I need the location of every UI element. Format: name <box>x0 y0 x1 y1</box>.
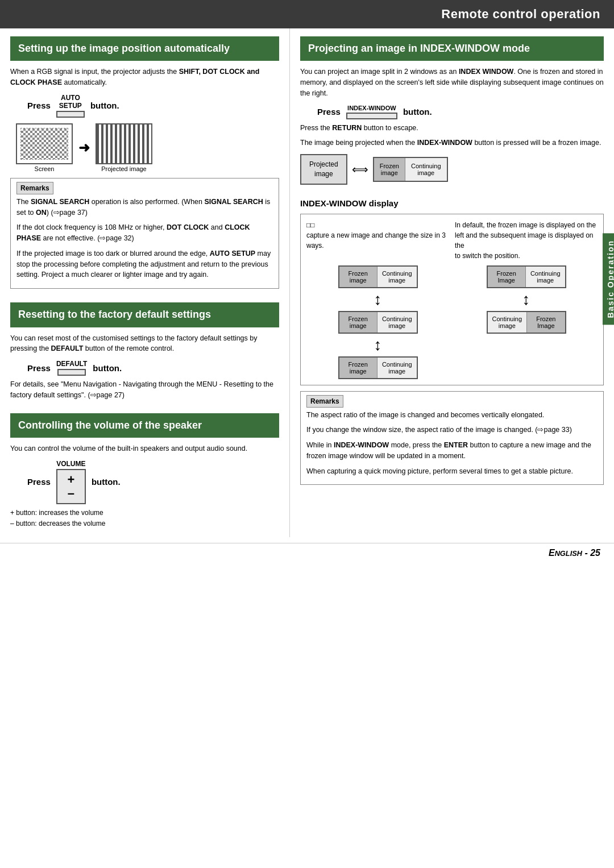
default-label: DEFAULT <box>56 360 87 368</box>
section4-return: Press the RETURN button to escape. <box>300 123 604 134</box>
iw-col2-box2-left: FrozenImage <box>526 312 565 333</box>
section2-body: You can reset most of the customised set… <box>10 333 279 355</box>
page-footer: ENGLISH - 25 <box>0 543 614 563</box>
button-word-3: button. <box>92 477 121 487</box>
section4-title: Projecting an image in INDEX-WINDOW mode <box>308 43 530 54</box>
sidebar-basic-operation: Basic Operation <box>603 233 614 325</box>
section4-body: You can project an image split in 2 wind… <box>300 67 604 98</box>
section3-body: You can control the volume of the built-… <box>10 443 279 454</box>
auto-setup-button[interactable] <box>56 111 85 118</box>
section4-frozen-note: The image being projected when the INDEX… <box>300 138 604 148</box>
iw-col1-box1-right: Continuingimage <box>377 267 417 287</box>
screen-diagram: Screen ➜ Projected image <box>16 123 279 172</box>
volume-button[interactable]: + – <box>56 469 86 504</box>
footer-text: ENGLISH - 25 <box>549 548 600 558</box>
down-arrow-2: ↕ <box>374 337 382 353</box>
index-window-label: INDEX-WINDOW <box>347 105 396 111</box>
remark2: If the dot clock frequency is 108 MHz or… <box>16 222 273 244</box>
iw-col2-box2-right: Continuingimage <box>488 312 527 333</box>
iw-top-row: □□ capture a new image and change the si… <box>306 220 598 261</box>
screen-inner-before <box>20 128 68 160</box>
iw-col1: Frozenimage Continuingimage ↕ Frozenimag… <box>306 265 449 379</box>
index-window-button-group: INDEX-WINDOW <box>346 105 397 119</box>
iw-top-left-text: □□ capture a new image and change the si… <box>306 220 449 261</box>
page-header: Remote control operation <box>0 0 614 28</box>
button-word-4: button. <box>403 107 432 117</box>
main-content: Setting up the image position automatica… <box>0 28 614 537</box>
screen-box-after <box>96 123 152 164</box>
continuing-image-part: Continuingimage <box>405 158 447 181</box>
remark3: If the projected image is too dark or bl… <box>16 248 273 280</box>
screen-box-before <box>16 123 73 164</box>
square-icon-1: □□ <box>306 221 315 229</box>
press-label-2: Press <box>27 363 51 373</box>
screen-before: Screen <box>16 123 73 172</box>
arrow-right-icon: ➜ <box>78 140 90 156</box>
iw-col1-box1: Frozenimage Continuingimage <box>338 265 418 288</box>
section5-remarks: Remarks The aspect ratio of the image is… <box>300 391 604 485</box>
section3-header: Controlling the volume of the speaker <box>10 413 279 438</box>
arrow-left-icon: ⟺ <box>352 163 368 176</box>
plus-icon: + <box>67 474 74 486</box>
iw-col1-box1-left: Frozenimage <box>339 267 377 287</box>
index-window-button[interactable] <box>346 113 397 119</box>
s5-remark2: If you change the window size, the aspec… <box>306 425 598 435</box>
iw-col2: FrozenImage Continuingimage ↕ FrozenImag… <box>455 265 598 334</box>
frozen-image-part: Frozenimage <box>374 158 405 181</box>
section2-header: Resetting to the factory default setting… <box>10 302 279 327</box>
iw-col2-box2: FrozenImage Continuingimage <box>487 311 566 334</box>
index-window-display-section: □□ capture a new image and change the si… <box>300 214 604 385</box>
s5-remark4: When capturing a quick moving picture, p… <box>306 466 598 477</box>
iw-col2-box1-right: Continuingimage <box>526 267 565 287</box>
right-column: Projecting an image in INDEX-WINDOW mode… <box>290 28 614 537</box>
remark1: The SIGNAL SEARCH operation is also perf… <box>16 197 273 218</box>
iw-diagrams: Frozenimage Continuingimage ↕ Frozenimag… <box>306 265 598 379</box>
minus-caption: – button: decreases the volume <box>10 518 279 529</box>
remarks-title-1: Remarks <box>16 182 53 194</box>
auto-setup-button-group: AUTOSETUP <box>56 94 85 118</box>
iw-col1-box2-left: Frozenimage <box>339 312 377 333</box>
volume-caption: + button: increases the volume – button:… <box>10 508 279 529</box>
index-window-press-area: Press INDEX-WINDOW button. <box>317 105 604 119</box>
header-title: Remote control operation <box>441 7 600 21</box>
default-button-group: DEFAULT <box>56 360 87 376</box>
volume-label: VOLUME <box>56 460 85 468</box>
iw-top-right-text: In default, the frozen image is displaye… <box>455 220 598 261</box>
default-button[interactable] <box>57 369 86 376</box>
remarks-title-2: Remarks <box>306 395 343 408</box>
screen-after: Projected image <box>96 123 152 172</box>
auto-setup-press-area: Press AUTOSETUP button. <box>27 94 279 118</box>
section2-title: Resetting to the factory default setting… <box>18 309 211 320</box>
iw-col1-box3-right: Continuingimage <box>377 358 417 378</box>
projected-image-box: Projectedimage <box>300 154 347 185</box>
section1-body: When a RGB signal is input, the projecto… <box>10 67 279 88</box>
section1-remarks: Remarks The SIGNAL SEARCH operation is a… <box>10 178 279 289</box>
section3-title: Controlling the volume of the speaker <box>18 420 202 431</box>
left-column: Setting up the image position automatica… <box>0 28 290 537</box>
iw-col1-box2-right: Continuingimage <box>377 312 417 333</box>
section1-title: Setting up the image position automatica… <box>18 43 230 54</box>
press-label-1: Press <box>27 101 51 110</box>
section1-header: Setting up the image position automatica… <box>10 36 279 61</box>
screen-label: Screen <box>35 165 55 172</box>
section2-detail: For details, see "Menu Navigation - Navi… <box>10 379 279 401</box>
down-arrow-3: ↕ <box>522 292 530 308</box>
iw-col2-box1: FrozenImage Continuingimage <box>487 265 566 288</box>
section5-title: INDEX-WINDOW display <box>300 198 604 208</box>
press-label-3: Press <box>27 477 51 487</box>
projected-label: Projected image <box>101 165 147 172</box>
checker-pattern <box>21 128 68 159</box>
clean-lines-pattern <box>97 124 151 163</box>
down-arrow-1: ↕ <box>374 292 382 308</box>
button-word-1: button. <box>90 101 119 110</box>
plus-caption: + button: increases the volume <box>10 508 279 518</box>
press-label-4: Press <box>317 107 341 117</box>
section4-header: Projecting an image in INDEX-WINDOW mode <box>300 36 604 61</box>
index-main-diagram: Projectedimage ⟺ Frozenimage Continuingi… <box>300 154 604 185</box>
frozen-continuing-box: Frozenimage Continuingimage <box>373 157 448 182</box>
s5-remark3: While in INDEX-WINDOW mode, press the EN… <box>306 440 598 462</box>
iw-col1-box2: Frozenimage Continuingimage <box>338 311 418 334</box>
default-press-area: Press DEFAULT button. <box>27 360 279 376</box>
auto-setup-label: AUTOSETUP <box>59 94 82 110</box>
iw-col1-box3: Frozenimage Continuingimage <box>338 356 418 379</box>
